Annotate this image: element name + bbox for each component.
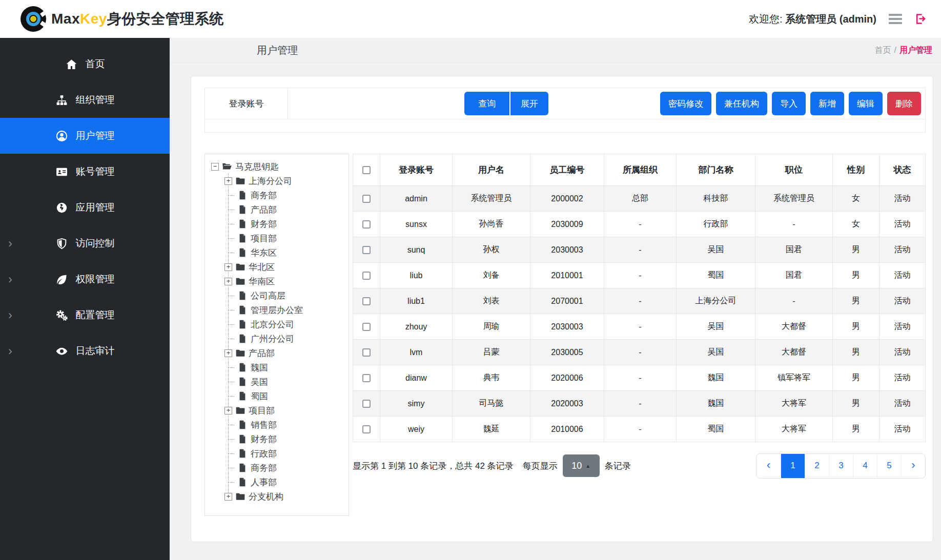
tree-node[interactable]: 人事部	[211, 475, 345, 489]
sidebar-item-5[interactable]: ›访问控制	[0, 225, 170, 261]
sidebar-item-2[interactable]: 用户管理	[0, 118, 170, 154]
tree-node[interactable]: 广州分公司	[211, 331, 345, 346]
row-checkbox[interactable]	[362, 297, 371, 305]
change-password-button[interactable]: 密码修改	[660, 92, 711, 115]
sidebar-item-0[interactable]: 首页	[0, 46, 170, 82]
page-button-1[interactable]: 1	[781, 454, 805, 478]
row-checkbox[interactable]	[362, 220, 371, 229]
tree-node[interactable]: +华南区	[211, 274, 345, 288]
tree-node[interactable]: 蜀国	[211, 389, 345, 403]
tree-node[interactable]: 产品部	[211, 202, 345, 217]
tree-node[interactable]: 管理层办公室	[211, 303, 345, 317]
row-checkbox[interactable]	[362, 246, 371, 254]
row-checkbox[interactable]	[362, 272, 371, 280]
tree-node[interactable]: 财务部	[211, 217, 345, 231]
tree-node[interactable]: 商务部	[211, 461, 345, 475]
sidebar-item-1[interactable]: 组织管理	[0, 82, 170, 118]
tree-toggle-plus-icon[interactable]: +	[224, 493, 232, 501]
tree-toggle-plus-icon[interactable]: +	[224, 278, 232, 285]
tree-node[interactable]: 销售部	[211, 418, 345, 432]
page-button-3[interactable]: 3	[829, 454, 853, 478]
tree-node-label[interactable]: 项目部	[251, 233, 277, 244]
tree-node[interactable]: +华北区	[211, 260, 345, 274]
tree-node[interactable]: +分支机构	[211, 489, 345, 504]
tree-node-label[interactable]: 上海分公司	[249, 175, 292, 187]
tree-node-label[interactable]: 销售部	[251, 419, 277, 431]
page-button-2[interactable]: 2	[805, 454, 829, 478]
page-button-4[interactable]: 4	[853, 454, 877, 478]
tree-node-label[interactable]: 马克思钥匙	[235, 161, 279, 173]
edit-button[interactable]: 编辑	[849, 92, 883, 115]
brand-suffix: 身份安全管理系统	[107, 11, 224, 27]
tree-node[interactable]: 吴国	[211, 375, 345, 389]
sidebar-item-3[interactable]: 账号管理	[0, 154, 170, 190]
menu-toggle-icon[interactable]	[889, 14, 902, 24]
sidebar-item-8[interactable]: ›日志审计	[0, 333, 170, 369]
tree-node-label[interactable]: 行政部	[251, 448, 277, 460]
tree-connector	[228, 339, 234, 339]
tree-node-label[interactable]: 人事部	[251, 476, 277, 488]
add-button[interactable]: 新增	[810, 92, 844, 115]
tree-node[interactable]: 财务部	[211, 432, 345, 446]
next-page-button[interactable]: ›	[901, 454, 925, 478]
row-checkbox[interactable]	[362, 323, 371, 331]
tree-node-label[interactable]: 管理层办公室	[251, 304, 303, 316]
tree-node-label[interactable]: 项目部	[249, 405, 275, 417]
tree-node[interactable]: −马克思钥匙	[211, 159, 345, 174]
tree-toggle-plus-icon[interactable]: +	[224, 177, 232, 185]
concurrent-org-button[interactable]: 兼任机构	[716, 92, 767, 115]
login-account-input[interactable]	[288, 90, 464, 117]
sidebar-item-4[interactable]: 应用管理	[0, 190, 170, 225]
tree-node-label[interactable]: 产品部	[251, 204, 277, 216]
page-size-select[interactable]: 10 ▲	[563, 454, 600, 477]
tree-node-label[interactable]: 分支机构	[249, 491, 283, 503]
tree-node-label[interactable]: 吴国	[251, 376, 268, 388]
tree-node-label[interactable]: 财务部	[251, 433, 277, 445]
breadcrumb-home[interactable]: 首页	[875, 46, 891, 54]
tree-node-label[interactable]: 华东区	[251, 247, 277, 259]
table-cell: 科技部	[677, 186, 755, 212]
tree-node-label[interactable]: 蜀国	[251, 390, 268, 402]
tree-node-label[interactable]: 公司高层	[251, 290, 285, 302]
row-checkbox[interactable]	[362, 400, 371, 408]
breadcrumb-current[interactable]: 用户管理	[899, 46, 932, 54]
tree-toggle-minus-icon[interactable]: −	[211, 163, 219, 171]
tree-toggle-plus-icon[interactable]: +	[224, 263, 232, 271]
row-checkbox[interactable]	[362, 374, 371, 382]
tree-node-label[interactable]: 商务部	[251, 190, 277, 201]
tree-node[interactable]: +上海分公司	[211, 174, 345, 188]
tree-node[interactable]: 华东区	[211, 245, 345, 260]
page-button-5[interactable]: 5	[877, 454, 901, 478]
tree-node[interactable]: +项目部	[211, 403, 345, 418]
import-button[interactable]: 导入	[772, 92, 806, 115]
row-checkbox[interactable]	[362, 348, 371, 357]
tree-node[interactable]: 行政部	[211, 446, 345, 461]
tree-node-label[interactable]: 财务部	[251, 218, 277, 230]
tree-node-label[interactable]: 广州分公司	[251, 333, 294, 345]
sidebar-item-6[interactable]: ›权限管理	[0, 261, 170, 297]
tree-node-label[interactable]: 魏国	[251, 362, 268, 374]
tree-node[interactable]: 魏国	[211, 360, 345, 375]
tree-node[interactable]: 项目部	[211, 231, 345, 245]
expand-button[interactable]: 展开	[510, 92, 548, 115]
tree-node-label[interactable]: 华北区	[249, 261, 275, 273]
row-checkbox[interactable]	[362, 195, 371, 203]
tree-toggle-plus-icon[interactable]: +	[224, 349, 232, 357]
globe-icon	[55, 201, 68, 214]
logout-icon[interactable]	[914, 12, 928, 26]
select-all-checkbox[interactable]	[362, 166, 371, 174]
sidebar-item-7[interactable]: ›配置管理	[0, 297, 170, 333]
tree-node[interactable]: 公司高层	[211, 288, 345, 303]
tree-node[interactable]: +产品部	[211, 346, 345, 360]
tree-node-label[interactable]: 商务部	[251, 462, 277, 474]
row-checkbox[interactable]	[362, 425, 371, 433]
tree-toggle-plus-icon[interactable]: +	[224, 407, 232, 414]
query-button[interactable]: 查询	[464, 92, 509, 115]
previous-page-button[interactable]: ‹	[756, 454, 781, 478]
tree-node-label[interactable]: 华南区	[249, 276, 275, 287]
tree-node[interactable]: 北京分公司	[211, 317, 345, 331]
tree-node[interactable]: 商务部	[211, 188, 345, 202]
tree-node-label[interactable]: 北京分公司	[251, 319, 294, 330]
tree-node-label[interactable]: 产品部	[249, 347, 275, 359]
delete-button[interactable]: 删除	[887, 92, 921, 115]
